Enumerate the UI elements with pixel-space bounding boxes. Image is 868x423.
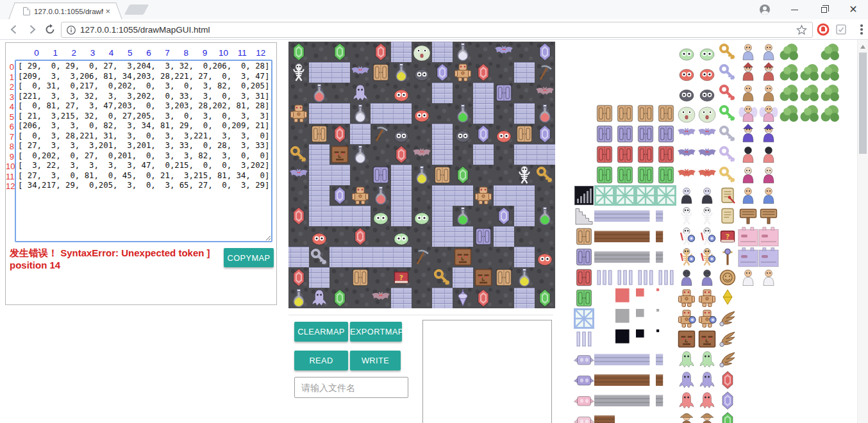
palette-cell-empty[interactable] [799,185,820,206]
palette-cell-empty[interactable] [820,124,840,144]
browser-tab[interactable]: 127.0.0.1:1055/drawMa × [17,3,114,19]
palette-sprite-bat[interactable] [676,165,697,185]
map-tile-dark-floor[interactable] [309,42,330,62]
palette-cell-empty[interactable] [758,370,779,390]
map-tile-brick-wall[interactable] [288,247,309,267]
palette-sprite-walltile[interactable] [758,226,779,247]
page-scrollbar[interactable] [857,40,868,423]
palette-sprite-tree[interactable] [820,83,840,103]
map-tile-red-flask[interactable] [309,83,330,103]
map-tile-purple-gem[interactable] [473,124,494,144]
map-tile-purple-gem[interactable] [330,185,350,206]
palette-cell-empty[interactable] [779,349,799,370]
map-tile-brick-wall[interactable] [391,165,412,185]
map-tile-dark-slime[interactable] [412,62,432,83]
palette-sprite-strip[interactable] [594,206,615,226]
palette-sprite-strip[interactable] [615,206,635,226]
map-tile-white-flask[interactable] [453,42,473,62]
map-tile-dark-floor[interactable] [350,42,371,62]
palette-cell-empty[interactable] [758,411,779,423]
menu-kebab-icon[interactable] [854,22,868,37]
palette-sprite-star6[interactable] [717,288,738,308]
palette-sprite-person[interactable] [758,42,779,62]
palette-sprite-door[interactable] [656,144,676,165]
palette-cell-empty[interactable] [779,329,799,349]
new-tab-button[interactable] [124,4,149,15]
palette-sprite-person[interactable] [738,103,758,124]
palette-sprite-strip[interactable] [615,370,635,390]
palette-sprite-tree[interactable] [779,103,799,124]
palette-cell-empty[interactable] [656,411,676,423]
palette-cell-empty[interactable] [615,411,635,423]
palette-sprite-platform[interactable] [574,390,594,411]
map-tile-green-gem[interactable] [535,288,555,308]
map-tile-dark-floor[interactable] [288,83,309,103]
palette-sprite-ghost[interactable] [676,370,697,390]
map-tile-golem[interactable] [288,103,309,124]
palette-sprite-strip[interactable] [635,206,656,226]
map-tile-brick-wall[interactable] [330,206,350,226]
map-tile-green-gem[interactable] [453,165,473,185]
palette-sprite-golem[interactable] [676,288,697,308]
palette-sprite-door[interactable] [635,103,656,124]
palette-sprite-key[interactable] [717,42,738,62]
reload-button[interactable] [41,21,59,38]
palette-cell-empty[interactable] [820,370,840,390]
map-tile-white-flask[interactable] [350,144,371,165]
palette-sprite-strip[interactable] [594,370,615,390]
map-tile-dark-floor[interactable] [330,226,350,247]
palette-sprite-pillar[interactable] [594,267,615,288]
address-bar[interactable]: 127.0.0.1:1055/drawMapGUI.html [61,22,813,38]
palette-sprite-lattice[interactable] [656,185,676,206]
map-tile-brown-door[interactable] [371,62,391,83]
map-tile-brick-wall[interactable] [391,42,412,62]
palette-cell-empty[interactable] [799,411,820,423]
palette-sprite-strip[interactable] [615,226,635,247]
map-tile-brick-wall[interactable] [453,185,473,206]
palette-sprite-bat[interactable] [697,124,717,144]
map-tile-brick-wall[interactable] [473,144,494,165]
palette-cell-empty[interactable] [738,308,758,329]
palette-sprite-pillar[interactable] [635,267,656,288]
map-tile-purple-door[interactable] [494,83,514,103]
map-tile-gold-key[interactable] [535,165,555,185]
map-tile-dark-floor[interactable] [412,83,432,103]
map-tile-red-slime[interactable] [309,226,330,247]
palette-sprite-person[interactable] [676,185,697,206]
map-tile-dark-floor[interactable] [412,226,432,247]
palette-sprite-platform[interactable] [574,349,594,370]
map-tile-brick-wall[interactable] [514,288,535,308]
map-tile-green-slime[interactable] [412,206,432,226]
palette-sprite-slime[interactable] [697,42,717,62]
map-tile-red-slime[interactable] [494,124,514,144]
palette-sprite-slime[interactable] [697,62,717,83]
palette-sprite-gem[interactable] [717,370,738,390]
map-tile-dark-floor[interactable] [473,42,494,62]
palette-cell-empty[interactable] [799,390,820,411]
scrollbar-thumb[interactable] [859,53,867,154]
palette-sprite-slime[interactable] [697,83,717,103]
palette-sprite-strip[interactable] [594,390,615,411]
map-tile-dark-floor[interactable] [535,267,555,288]
map-tile-golem[interactable] [473,185,494,206]
palette-sprite-walltile[interactable] [738,226,758,247]
matrix-textarea[interactable] [15,60,272,242]
palette-sprite-wing[interactable] [717,308,738,329]
map-tile-pickaxe[interactable] [535,62,555,83]
palette-sprite-key[interactable] [717,83,738,103]
map-tile-purple-bat[interactable] [494,42,514,62]
back-button[interactable] [5,21,23,38]
palette-sprite-golem[interactable] [697,288,717,308]
palette-cell-empty[interactable] [758,288,779,308]
palette-sprite-door[interactable] [615,103,635,124]
palette-sprite-bat[interactable] [697,144,717,165]
bookmark-star-icon[interactable] [796,24,807,35]
map-tile-brick-wall[interactable] [309,267,330,288]
map-tile-purple-gem[interactable] [535,124,555,144]
map-tile-dark-floor[interactable] [412,267,432,288]
palette-sprite-strip[interactable] [615,390,635,411]
map-tile-brown-door[interactable] [309,124,330,144]
palette-sprite-wing[interactable] [717,349,738,370]
map-tile-red-gem[interactable] [288,206,309,226]
map-tile-brick-wall[interactable] [391,288,412,308]
